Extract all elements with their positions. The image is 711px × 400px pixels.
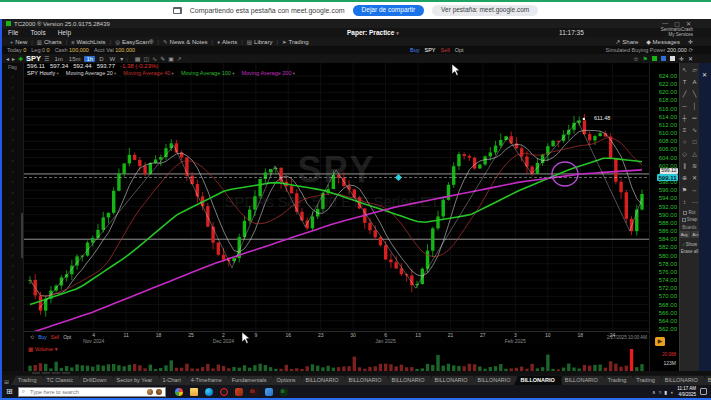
price-chart[interactable]: 611.48 [24,63,649,331]
channel-tool-icon[interactable]: ═ [690,113,699,124]
legend-item[interactable]: Moving Average 20 ▾ [66,70,117,76]
white-marker-icon[interactable] [670,56,675,61]
grid-icon[interactable]: ◫ [143,55,149,62]
ray-tool-icon[interactable]: ╲ [690,89,699,100]
chart-panel[interactable]: 596.11 597.34 592.44 593.77 -1.38 (-0.23… [24,63,649,371]
add-symbol-icon[interactable]: ✚ [18,55,23,62]
start-button[interactable]: ⊞ [6,387,13,396]
paper-mode-selector[interactable]: Paper: Practice ▾ [347,29,399,36]
volume-pane[interactable] [24,344,649,371]
axis-opt-button[interactable]: Opt [63,334,71,340]
flag-chevron-icon[interactable]: › [12,82,14,93]
audio-icon[interactable] [250,388,258,396]
refresh-icon[interactable]: ⟳ [688,47,693,53]
flag-tool-icon[interactable]: ⚑ [680,185,689,196]
indicator-icon[interactable]: ∿ [152,55,157,62]
sell-button[interactable]: Sell [441,47,450,53]
text-tool-icon[interactable]: T [680,77,689,88]
legend-item[interactable]: Moving Average 40 ▾ [123,70,174,76]
more-tools-icon[interactable]: ⋯ [690,197,699,208]
snap-checkbox[interactable]: Snap [682,217,698,222]
taskbar-search[interactable]: ⌕ [18,387,166,397]
tab-drilldown[interactable]: DrillDown [76,376,114,385]
tab-billonario[interactable]: BILLONARIO [428,376,475,385]
flag-chevron-icon[interactable]: › [12,208,14,219]
messages-button[interactable]: ◆ Messages [646,38,680,45]
tray-icon-0[interactable]: ∧ [652,389,656,395]
legend-item[interactable]: SPY Hourly ▾ [27,70,59,76]
tab-billonario[interactable]: BILLONARIO [658,376,705,385]
flag-chevron-icon[interactable]: › [12,134,14,145]
tab-options[interactable]: Options [270,376,303,385]
timeframe-dropdown-icon[interactable]: ▾ [120,55,123,62]
legend-item[interactable]: Moving Average 200 ▾ [241,70,295,76]
notification-icon[interactable] [700,388,707,395]
flag-chevron-icon[interactable]: › [12,124,14,135]
wave-tool-icon[interactable]: ∿ [690,125,699,136]
erase-all-button[interactable]: Erase all [681,249,699,254]
toolbar-item-watchlists[interactable]: ≡WatchLists [67,39,109,45]
send-icon[interactable]: ↗ [177,55,182,62]
toolbar-item-trading[interactable]: ➤Trading [278,39,313,45]
diamond-tool-icon[interactable]: ◇ [680,149,689,160]
photos-icon[interactable] [265,388,273,396]
flag-chevron-icon[interactable]: › [12,71,14,82]
close-icon[interactable]: ✕ [686,20,691,27]
flag-chevron-icon[interactable]: › [12,260,14,271]
flag-chevron-icon[interactable]: › [12,166,14,177]
flag-chevron-icon[interactable]: › [12,113,14,124]
opera-icon[interactable] [220,388,228,396]
tab-billonario[interactable]: BILLONARIO [385,376,432,385]
rectangle-tool-icon[interactable]: □ [690,137,699,148]
replay-button[interactable]: ▶ [655,337,665,346]
buy-button[interactable]: Buy [410,47,419,53]
blue-marker-icon[interactable] [661,56,666,61]
close-icon[interactable]: ✕ [702,71,707,78]
eraser-tool-icon[interactable]: ▱ [690,65,699,76]
list-icon[interactable]: ☰ [44,55,49,62]
tray-icon-3[interactable]: ◖ [670,389,673,395]
chrome-icon[interactable] [175,388,183,396]
flag-chevron-icon[interactable]: › [12,334,14,345]
tab-tc-classic[interactable]: TC Classic [39,376,80,385]
horizontal-line-tool-icon[interactable]: ─ [680,101,689,112]
timeframe-1h[interactable]: 1h [84,56,95,62]
flag-chevron-icon[interactable]: › [12,176,14,187]
cross-tool-icon[interactable]: ┼ [680,113,689,124]
flag-chevron-icon[interactable]: › [12,218,14,229]
green-marker-icon[interactable] [652,56,657,61]
toolbar-item-news-notes[interactable]: ✎News & Notes [159,39,212,45]
ellipse-tool-icon[interactable]: ○ [680,137,689,148]
rot-checkbox[interactable]: Rot [683,210,695,215]
expand-tool-icon[interactable]: ↕ [680,197,689,208]
flag-chevron-icon[interactable]: › [12,187,14,198]
avg-button[interactable]: Avg [679,231,690,238]
tab-billonario[interactable]: BILLONARIO [342,376,389,385]
target-tool-icon[interactable]: ⊕ [680,173,689,184]
pitchfork-tool-icon[interactable]: ∥ [680,161,689,172]
fib-tool-icon[interactable]: ≋ [690,161,699,172]
toolbar-item-library[interactable]: ▤Library [243,39,277,45]
triangle-tool-icon[interactable]: △ [690,149,699,160]
tab-trading[interactable]: Trading [11,376,43,385]
tray-icon-2[interactable]: ▮ [665,389,668,395]
flag-chevron-icon[interactable]: › [12,302,14,313]
toolbar-item-charts[interactable]: ▥Charts [33,39,66,45]
pin-icon[interactable]: ✛ [688,38,693,45]
parallel-lines-tool-icon[interactable]: ≡ [680,125,689,136]
show-checkbox[interactable]: ✓Show [682,242,697,247]
trendline-tool-icon[interactable]: ╱ [680,89,689,100]
toolbar-item-alerts[interactable]: ♦Alerts [213,39,241,45]
tab-sector-by-year[interactable]: Sector by Year [110,376,160,385]
flag-chevron-icon[interactable]: › [12,145,14,156]
snapshot-icon[interactable]: ▣ [168,55,174,62]
add-panel-icon[interactable]: ✛ [679,55,684,62]
media-icon[interactable] [235,388,243,396]
flag-chevron-icon[interactable]: › [12,271,14,282]
maximize-icon[interactable]: ▢ [674,20,680,27]
delete-tool-icon[interactable]: ✕ [690,173,699,184]
flag-icon[interactable]: ⚑ [643,55,648,62]
flag-chevron-icon[interactable]: › [12,239,14,250]
tab-4-timeframe[interactable]: 4-Timeframe [184,376,229,385]
share-button[interactable]: ↗ Share [616,38,639,45]
